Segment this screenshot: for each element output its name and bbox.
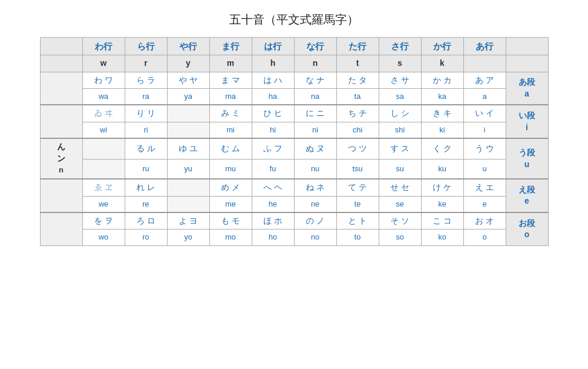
kana-cell: え エ <box>463 179 506 196</box>
row-header-a-dan <box>40 72 82 105</box>
kana-cell: み ミ <box>209 105 252 122</box>
col-roman-ha: h <box>252 55 294 72</box>
col-header-na: な行 <box>294 38 336 55</box>
kana-cell: ま マ <box>209 72 252 89</box>
row-header-i-dan <box>40 105 82 138</box>
roman-cell: sa <box>379 89 421 105</box>
roman-cell: ha <box>252 89 294 105</box>
kana-cell: ほ ホ <box>252 212 294 230</box>
roman-cell: ra <box>125 89 167 105</box>
dan-label-u-dan: う段u <box>506 138 548 179</box>
roman-cell <box>167 196 209 212</box>
kana-cell: こ コ <box>421 212 463 230</box>
kana-cell: よ ヨ <box>167 212 209 230</box>
kana-cell: の ノ <box>294 212 336 230</box>
kana-cell: に ニ <box>294 105 336 122</box>
kana-cell: も モ <box>209 212 252 230</box>
roman-cell <box>167 122 209 138</box>
roman-cell: ni <box>294 122 336 138</box>
dan-label-a-dan: あ段a <box>506 72 548 105</box>
roman-cell: chi <box>336 122 379 138</box>
roman-cell: ta <box>336 89 379 105</box>
kana-cell <box>167 105 209 122</box>
roman-cell: yo <box>167 230 209 245</box>
kana-cell: わ ワ <box>82 72 125 89</box>
roman-cell: re <box>125 196 167 212</box>
roman-cell: fu <box>252 159 294 179</box>
kana-cell: す ス <box>379 138 421 159</box>
kana-cell: し シ <box>379 105 421 122</box>
table-row: ゑ ヱれ レめ メへ ヘね ネて テせ セけ ケえ エえ段e <box>40 179 548 196</box>
roman-cell: ro <box>125 230 167 245</box>
table-row: ゐ ヰり リみ ミひ ヒに ニち チし シき キい イい段i <box>40 105 548 122</box>
col-header-a: あ行 <box>463 38 506 55</box>
kana-cell: う ウ <box>463 138 506 159</box>
kana-cell: そ ソ <box>379 212 421 230</box>
kana-cell: か カ <box>421 72 463 89</box>
kana-cell: は ハ <box>252 72 294 89</box>
column-header-roman-row: w r y m h n t s k <box>40 55 548 72</box>
roman-cell: ka <box>421 89 463 105</box>
col-roman-na: n <box>294 55 336 72</box>
kana-cell: ろ ロ <box>125 212 167 230</box>
roman-cell: so <box>379 230 421 245</box>
roman-cell: to <box>336 230 379 245</box>
dan-label-e-dan: え段e <box>506 179 548 212</box>
kana-cell: れ レ <box>125 179 167 196</box>
roman-cell: u <box>463 159 506 179</box>
roman-cell: ki <box>421 122 463 138</box>
kana-cell: や ヤ <box>167 72 209 89</box>
roman-cell: ho <box>252 230 294 245</box>
roman-cell: ma <box>209 89 252 105</box>
dan-label-o-dan: お段o <box>506 212 548 245</box>
roman-cell: ri <box>125 122 167 138</box>
page-title: 五十音（平文式羅馬字） <box>229 12 359 28</box>
roman-cell <box>82 159 125 179</box>
kana-cell: な ナ <box>294 72 336 89</box>
roman-cell: a <box>463 89 506 105</box>
roman-cell: mi <box>209 122 252 138</box>
roman-cell: me <box>209 196 252 212</box>
kana-cell: き キ <box>421 105 463 122</box>
kana-cell: へ ヘ <box>252 179 294 196</box>
kana-cell: て テ <box>336 179 379 196</box>
col-roman-sa: s <box>379 55 421 72</box>
kana-cell: く ク <box>421 138 463 159</box>
roman-cell: mu <box>209 159 252 179</box>
col-header-ra: ら行 <box>125 38 167 55</box>
table-row-roman: woroyomohonotosokoo <box>40 230 548 245</box>
roman-cell: i <box>463 122 506 138</box>
kana-cell: ね ネ <box>294 179 336 196</box>
kana-cell <box>167 179 209 196</box>
roman-cell: na <box>294 89 336 105</box>
col-header-sa: さ行 <box>379 38 421 55</box>
roman-cell: nu <box>294 159 336 179</box>
col-roman-ta: t <box>336 55 379 72</box>
roman-cell: yu <box>167 159 209 179</box>
roman-cell: no <box>294 230 336 245</box>
dan-label-i-dan: い段i <box>506 105 548 138</box>
kana-cell: お オ <box>463 212 506 230</box>
roman-cell: se <box>379 196 421 212</box>
kana-cell: む ム <box>209 138 252 159</box>
kana-cell: め メ <box>209 179 252 196</box>
roman-cell: mo <box>209 230 252 245</box>
roman-cell: wo <box>82 230 125 245</box>
roman-cell: wa <box>82 89 125 105</box>
col-roman-ya: y <box>167 55 209 72</box>
kana-cell: と ト <box>336 212 379 230</box>
corner-cell <box>40 38 82 55</box>
col-roman-ka: k <box>421 55 463 72</box>
row-header-u-dan: んンn <box>40 138 82 179</box>
kana-cell: ゆ ユ <box>167 138 209 159</box>
corner-cell-right2 <box>506 55 548 72</box>
col-header-wa: わ行 <box>82 38 125 55</box>
table-row: を ヲろ ロよ ヨも モほ ホの ノと トそ ソこ コお オお段o <box>40 212 548 230</box>
kana-cell: あ ア <box>463 72 506 89</box>
roman-cell: wi <box>82 122 125 138</box>
kana-cell: つ ツ <box>336 138 379 159</box>
kana-cell: ぬ ヌ <box>294 138 336 159</box>
kana-cell: る ル <box>125 138 167 159</box>
col-roman-a <box>463 55 506 72</box>
kana-cell: た タ <box>336 72 379 89</box>
